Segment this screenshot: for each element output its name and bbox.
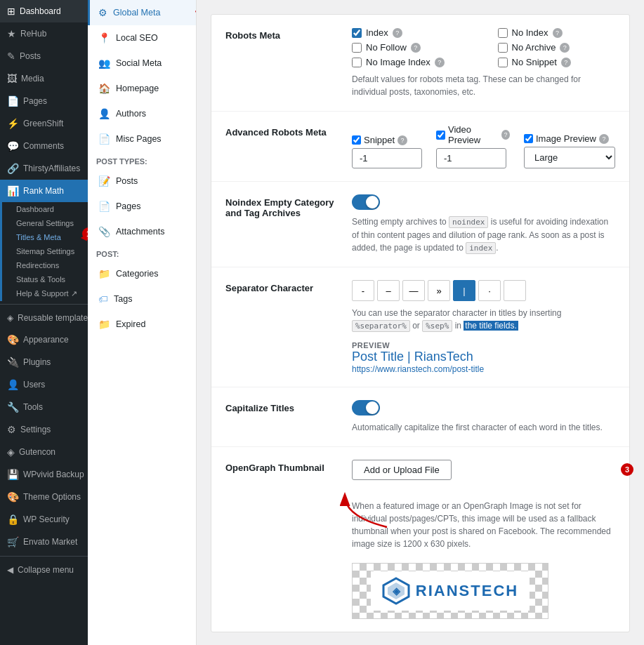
sidebar-item-collapse[interactable]: ◀ Collapse menu [0,559,88,580]
sidebar-item-envato[interactable]: 🛒 Envato Market [0,531,88,553]
image-preview-help-icon[interactable]: ? [599,134,609,144]
nav-item-categories[interactable]: 📁 Categories [88,261,196,286]
sidebar-item-tools[interactable]: 🔧 Tools [0,396,88,418]
sidebar-item-comments[interactable]: 💬 Comments [0,135,88,157]
sidebar-sub-rm-redirections[interactable]: Redirections [2,258,88,272]
nav-item-global-meta[interactable]: ⚙ Global Meta [88,0,196,25]
snippet-input[interactable] [352,148,422,168]
checkbox-index[interactable]: Index ? [352,27,470,38]
noimageindex-help-icon[interactable]: ? [435,58,445,67]
nav-item-misc[interactable]: 📄 Misc Pages [88,126,196,152]
snippet-help-icon[interactable]: ? [397,135,407,145]
sep-btn-dot[interactable]: · [478,280,501,301]
sidebar-sub-rm-sitemap[interactable]: Sitemap Settings [2,244,88,258]
global-meta-icon: ⚙ [98,7,107,18]
sidebar-item-plugins[interactable]: 🔌 Plugins [0,351,88,373]
sidebar-item-wpvivid[interactable]: 💾 WPvivid Backup [0,463,88,486]
wpsecurity-icon: 🔒 [7,514,19,525]
nav-item-pages[interactable]: 📄 Pages [88,194,196,219]
image-preview-select[interactable]: Large Standard None [524,147,615,168]
sidebar-item-thirstyaffiliates[interactable]: 🔗 ThirstyAffiliates [0,157,88,180]
sidebar-item-pages[interactable]: 📄 Pages [0,90,88,112]
sidebar-item-users[interactable]: 👤 Users [0,373,88,396]
sidebar-item-dashboard[interactable]: ⊞ Dashboard [0,0,88,22]
nav-item-posts[interactable]: 📝 Posts [88,168,196,194]
snippet-label: Snippet ? [352,135,422,145]
sep-btn-raquo[interactable]: » [428,280,450,301]
noimageindex-label: No Image Index [366,57,431,67]
nav-item-social-meta[interactable]: 👥 Social Meta [88,51,196,76]
preview-url: https://www.rianstech.com/post-title [352,364,615,374]
sep-btn-en[interactable]: – [377,280,400,301]
checkbox-nofollow[interactable]: No Follow ? [352,42,470,53]
appearance-icon: 🎨 [7,334,19,345]
sidebar-item-appearance[interactable]: 🎨 Appearance [0,328,88,351]
settings-panel: Robots Meta Index ? No Index ? [211,14,630,632]
nofollow-label: No Follow [366,42,407,53]
snippet-field: Snippet ? [352,135,422,168]
index-help-icon[interactable]: ? [393,28,402,38]
sidebar-item-reusable[interactable]: ◈ Reusable templates [0,307,88,328]
robots-meta-label: Robots Meta [225,27,338,41]
sidebar-item-greenshift[interactable]: ⚡ GreenShift [0,112,88,135]
add-upload-button[interactable]: Add or Upload File [352,460,452,480]
checkbox-noarchive[interactable]: No Archive ? [498,42,616,53]
sidebar-item-posts[interactable]: ✎ Posts [0,45,88,67]
sidebar-sub-rm-help[interactable]: Help & Support ↗ [2,286,88,301]
sep-btn-em[interactable]: — [402,280,425,301]
left-sidebar: ⊞ Dashboard ★ ReHub ✎ Posts 🖼 Media 📄 Pa… [0,0,88,645]
nav-item-attachments[interactable]: 📎 Attachments [88,219,196,244]
advanced-robots-control: Snippet ? Video Preview ? [352,124,615,168]
image-preview-checkbox[interactable] [524,134,533,143]
noarchive-label: No Archive [512,42,556,53]
robots-meta-row: Robots Meta Index ? No Index ? [211,15,629,112]
sep-btn-custom[interactable] [504,280,526,301]
snippet-checkbox[interactable] [352,135,361,145]
sidebar-sub-rm-general[interactable]: General Settings [2,216,88,230]
video-preview-help-icon[interactable]: ? [501,130,510,140]
sidebar-item-settings[interactable]: ⚙ Settings [0,418,88,441]
expired-icon: 📁 [98,319,110,330]
noindex-archives-toggle[interactable] [352,194,380,210]
checkbox-noimageindex[interactable]: No Image Index ? [352,57,470,67]
envato-icon: 🛒 [7,536,19,547]
nosnippet-help-icon[interactable]: ? [561,58,571,67]
opengraph-control: Add or Upload File 3 [352,460,615,619]
authors-icon: 👤 [98,108,110,119]
nav-item-expired[interactable]: 📁 Expired [88,312,196,337]
sidebar-sub-rm-titles[interactable]: Titles & Meta ◀ [2,230,88,244]
sep-btn-dash[interactable]: - [352,280,374,301]
nav-item-tags[interactable]: 🏷 Tags [88,286,196,312]
nav-item-homepage[interactable]: 🏠 Homepage [88,76,196,101]
main-content: Robots Meta Index ? No Index ? [197,0,644,645]
opengraph-preview: ◈ RIANSTECH [352,563,548,619]
nav-item-local-seo[interactable]: 📍 Local SEO [88,25,196,51]
sidebar-item-wpsecurity[interactable]: 🔒 WP Security [0,508,88,531]
sep-btn-pipe[interactable]: | [453,280,475,301]
advanced-fields-row: Snippet ? Video Preview ? [352,124,615,168]
noarchive-help-icon[interactable]: ? [560,43,570,53]
noindex-archives-label: Noindex Empty Category and Tag Archives [225,194,338,218]
sidebar-sub-rm-dashboard[interactable]: Dashboard [2,202,88,216]
capitalize-toggle[interactable] [352,400,380,415]
sidebar-item-gutencon[interactable]: ◈ Gutencon [0,441,88,463]
dashboard-icon: ⊞ [7,6,15,17]
video-preview-checkbox[interactable] [436,131,445,140]
tags-icon: 🏷 [98,293,108,305]
sidebar-item-themeoptions[interactable]: 🎨 Theme Options [0,486,88,508]
nav-item-authors[interactable]: 👤 Authors [88,101,196,126]
opengraph-row: OpenGraph Thumbnail Add or Upload File 3 [211,447,629,632]
sidebar-item-rankmath[interactable]: 📊 Rank Math [0,180,88,202]
sidebar-item-rehub[interactable]: ★ ReHub [0,22,88,45]
noindex-help-icon[interactable]: ? [553,28,563,38]
nofollow-help-icon[interactable]: ? [411,43,421,53]
toggle-thumb [366,196,379,208]
index-code: index [466,242,496,254]
sidebar-item-media[interactable]: 🖼 Media [0,67,88,90]
checkbox-nosnippet[interactable]: No Snippet ? [498,57,616,67]
categories-icon: 📁 [98,268,110,279]
sidebar-sub-rm-status[interactable]: Status & Tools [2,272,88,286]
checkbox-noindex[interactable]: No Index ? [498,27,616,38]
users-icon: 👤 [7,379,19,390]
video-preview-input[interactable] [436,148,506,168]
